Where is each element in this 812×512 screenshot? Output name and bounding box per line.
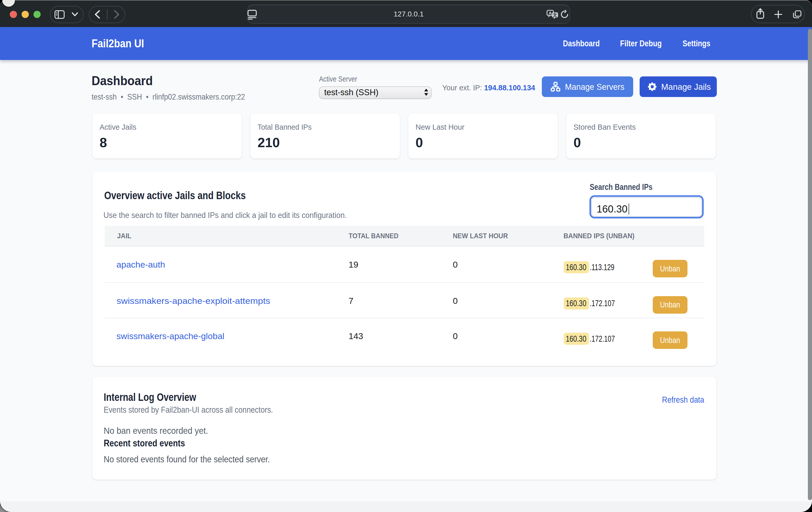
svg-text:文: 文 <box>553 12 557 18</box>
svg-text:A: A <box>549 11 552 16</box>
